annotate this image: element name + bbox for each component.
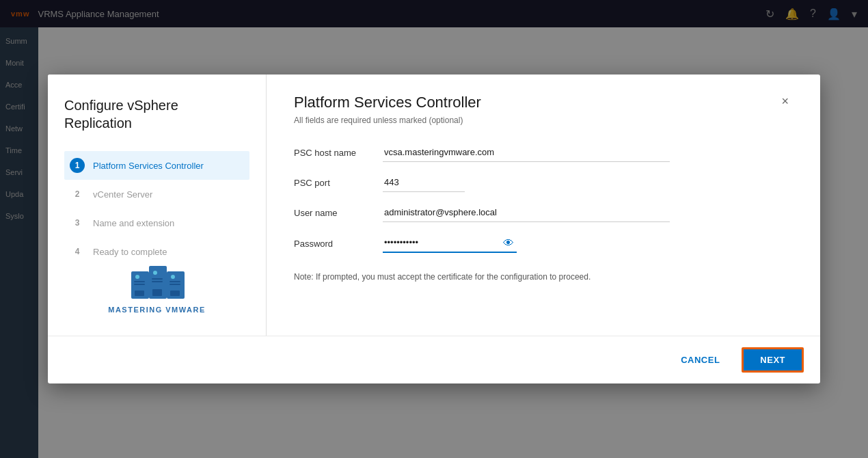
psc-host-label: PSC host name [294,148,383,162]
password-label: Password [294,239,383,253]
panel-header: Platform Services Controller × [294,94,793,111]
psc-port-label: PSC port [294,178,383,192]
username-input-wrap [383,204,670,222]
next-button[interactable]: NEXT [742,347,804,373]
wizard-title: Configure vSphere Replication [64,96,249,132]
wizard-step-1[interactable]: 1 Platform Services Controller [64,151,249,180]
svg-rect-8 [152,281,163,282]
svg-point-1 [135,275,139,279]
cancel-button[interactable]: CANCEL [670,349,731,371]
svg-rect-13 [169,284,180,285]
step-4-number: 4 [70,244,85,259]
psc-host-input[interactable] [383,144,670,162]
wizard-step-2[interactable]: 2 vCenter Server [64,180,249,208]
svg-rect-2 [134,281,145,282]
password-input[interactable] [383,234,500,252]
svg-point-6 [153,271,157,275]
password-row: Password 👁 [294,234,793,253]
wizard-step-3[interactable]: 3 Name and extension [64,208,249,237]
psc-port-row: PSC port [294,174,793,192]
psc-host-input-wrap [383,144,670,162]
step-2-number: 2 [70,187,85,202]
step-3-label: Name and extension [93,218,174,228]
username-label: User name [294,208,383,222]
wizard-footer-brand: MASTERING VMWARE [64,266,249,314]
step-3-number: 3 [70,215,85,230]
wizard-left-panel: Configure vSphere Replication 1 Platform… [48,75,267,336]
svg-rect-14 [170,291,180,296]
step-1-number: 1 [70,158,85,173]
modal-overlay: Configure vSphere Replication 1 Platform… [0,0,868,458]
eye-icon[interactable]: 👁 [500,237,517,250]
step-2-label: vCenter Server [93,189,152,200]
svg-rect-7 [152,278,163,280]
wizard-right-panel: Platform Services Controller × All field… [267,75,820,336]
server-icon [130,266,185,301]
psc-host-row: PSC host name [294,144,793,162]
dialog-footer: CANCEL NEXT [48,336,820,383]
psc-port-input[interactable] [383,174,465,192]
brand-name: MASTERING VMWARE [108,306,206,314]
svg-rect-4 [135,291,144,296]
panel-subtitle: All fields are required unless marked (o… [294,116,793,125]
form-note: Note: If prompted, you must accept the c… [294,271,793,283]
password-input-wrap: 👁 [383,234,517,253]
step-4-label: Ready to complete [93,247,167,257]
dialog: Configure vSphere Replication 1 Platform… [48,75,820,383]
username-input[interactable] [383,204,670,222]
svg-rect-12 [169,281,180,282]
step-1-label: Platform Services Controller [93,161,204,171]
dialog-body: Configure vSphere Replication 1 Platform… [48,75,820,336]
close-button[interactable]: × [777,94,793,109]
svg-rect-9 [152,289,162,296]
username-row: User name [294,204,793,222]
psc-port-input-wrap [383,174,465,192]
form-fields: PSC host name PSC port User name [294,144,793,283]
wizard-step-4[interactable]: 4 Ready to complete [64,237,249,266]
svg-rect-3 [134,284,145,285]
wizard-steps: 1 Platform Services Controller 2 vCenter… [64,151,249,266]
svg-point-11 [171,275,175,279]
panel-title: Platform Services Controller [294,94,481,111]
